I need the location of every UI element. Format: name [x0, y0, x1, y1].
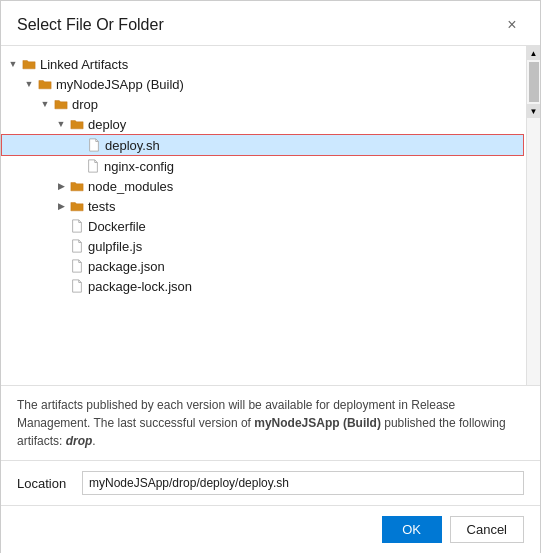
tree-item-linked-artifacts[interactable]: ▼ Linked Artifacts	[1, 54, 524, 74]
file-icon-package-json	[69, 258, 85, 274]
folder-icon-linked-artifacts	[21, 56, 37, 72]
tree-content: ▼ Linked Artifacts▼ myNodeJSApp (Build)▼…	[1, 54, 540, 296]
button-area: OK Cancel	[1, 506, 540, 553]
tree-item-deploy-sh[interactable]: deploy.sh	[1, 134, 524, 156]
folder-icon-node_modules	[69, 178, 85, 194]
select-file-dialog: Select File Or Folder × ▼ Linked Artifac…	[0, 0, 541, 553]
item-label-package-lock: package-lock.json	[88, 279, 192, 294]
file-tree-area: ▼ Linked Artifacts▼ myNodeJSApp (Build)▼…	[1, 46, 540, 386]
tree-item-gulpfile[interactable]: gulpfile.js	[1, 236, 524, 256]
tree-item-package-json[interactable]: package.json	[1, 256, 524, 276]
item-label-gulpfile: gulpfile.js	[88, 239, 142, 254]
scrollbar[interactable]: ▲ ▼	[526, 46, 540, 385]
file-icon-deploy-sh	[86, 137, 102, 153]
item-label-mynodejsapp: myNodeJSApp (Build)	[56, 77, 184, 92]
expand-icon-deploy[interactable]: ▼	[53, 116, 69, 132]
file-icon-nginx-config	[85, 158, 101, 174]
tree-item-package-lock[interactable]: package-lock.json	[1, 276, 524, 296]
scroll-thumb	[529, 62, 539, 102]
expand-icon-tests[interactable]: ▶	[53, 198, 69, 214]
file-icon-package-lock	[69, 278, 85, 294]
folder-icon-tests	[69, 198, 85, 214]
tree-item-dockerfile[interactable]: Dockerfile	[1, 216, 524, 236]
tree-item-deploy[interactable]: ▼ deploy	[1, 114, 524, 134]
tree-item-mynodejsapp[interactable]: ▼ myNodeJSApp (Build)	[1, 74, 524, 94]
tree-item-tests[interactable]: ▶ tests	[1, 196, 524, 216]
location-label: Location	[17, 476, 72, 491]
file-icon-dockerfile	[69, 218, 85, 234]
scroll-up-button[interactable]: ▲	[527, 46, 541, 60]
info-artifacts: drop	[66, 434, 93, 448]
expand-icon-drop[interactable]: ▼	[37, 96, 53, 112]
item-label-deploy: deploy	[88, 117, 126, 132]
close-button[interactable]: ×	[500, 13, 524, 37]
item-label-deploy-sh: deploy.sh	[105, 138, 160, 153]
tree-item-nginx-config[interactable]: nginx-config	[1, 156, 524, 176]
item-label-linked-artifacts: Linked Artifacts	[40, 57, 128, 72]
scroll-down-button[interactable]: ▼	[527, 104, 541, 118]
title-bar: Select File Or Folder ×	[1, 1, 540, 46]
tree-item-drop[interactable]: ▼ drop	[1, 94, 524, 114]
tree-item-node_modules[interactable]: ▶ node_modules	[1, 176, 524, 196]
dialog-title: Select File Or Folder	[17, 16, 164, 34]
item-label-package-json: package.json	[88, 259, 165, 274]
item-label-node_modules: node_modules	[88, 179, 173, 194]
location-input[interactable]	[82, 471, 524, 495]
info-app-name: myNodeJSApp (Build)	[254, 416, 381, 430]
item-label-nginx-config: nginx-config	[104, 159, 174, 174]
item-label-drop: drop	[72, 97, 98, 112]
item-label-dockerfile: Dockerfile	[88, 219, 146, 234]
expand-icon-mynodejsapp[interactable]: ▼	[21, 76, 37, 92]
folder-icon-mynodejsapp	[37, 76, 53, 92]
info-text-end: .	[92, 434, 95, 448]
expand-icon-node_modules[interactable]: ▶	[53, 178, 69, 194]
folder-icon-drop	[53, 96, 69, 112]
expand-icon-linked-artifacts[interactable]: ▼	[5, 56, 21, 72]
location-area: Location	[1, 461, 540, 506]
info-area: The artifacts published by each version …	[1, 386, 540, 461]
folder-icon-deploy	[69, 116, 85, 132]
file-icon-gulpfile	[69, 238, 85, 254]
ok-button[interactable]: OK	[382, 516, 442, 543]
cancel-button[interactable]: Cancel	[450, 516, 524, 543]
item-label-tests: tests	[88, 199, 115, 214]
